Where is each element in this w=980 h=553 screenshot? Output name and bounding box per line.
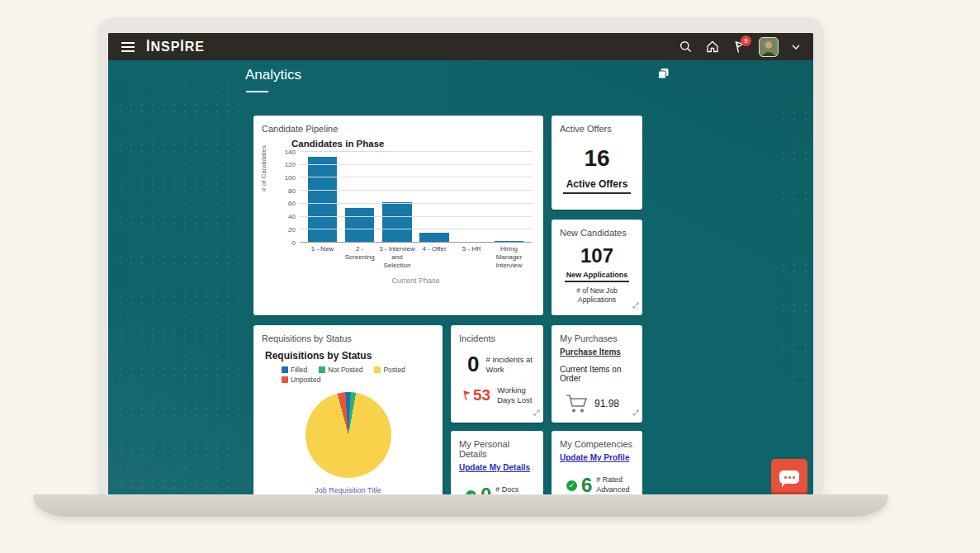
avatar[interactable] — [760, 38, 778, 56]
dashboard-content: Analytics Candidate Pipeline Candidates … — [108, 60, 813, 495]
card-new-candidates: New Candidates 107 New Applications # of… — [552, 220, 642, 315]
new-candidates-value: 107 — [560, 244, 634, 267]
gridline: 140 — [300, 151, 532, 152]
card-title: Candidate Pipeline — [262, 124, 535, 134]
expand-icon[interactable] — [632, 404, 639, 419]
laptop-bezel: İNSPİRE 9 — [97, 17, 824, 501]
rated-advanced-row: ✓ 6 # Rated Advanced — [560, 474, 634, 495]
y-tick-label: 20 — [288, 225, 296, 233]
card-title: Requisitions by Status — [262, 333, 434, 343]
card-requisitions-by-status: Requisitions by Status Requisitions by S… — [253, 325, 443, 495]
y-tick-label: 140 — [285, 148, 296, 155]
y-axis-label: # of Candidates — [260, 145, 267, 191]
incidents-value: 0 — [467, 352, 479, 377]
working-days-lost-value-group: 53 — [462, 386, 490, 404]
x-tick-label: 2 - Screening — [341, 245, 378, 270]
chat-button[interactable] — [771, 459, 807, 495]
red-flag-icon — [462, 390, 471, 401]
pie-chart[interactable] — [305, 392, 391, 478]
menu-icon[interactable] — [121, 42, 135, 52]
home-icon[interactable] — [706, 40, 719, 53]
bar-chart-plot: 020406080100120140 — [300, 152, 532, 243]
legend-label: Not Posted — [328, 366, 362, 374]
legend-label: Unposted — [291, 376, 320, 384]
x-tick-label: Hiring Manager Interview — [490, 245, 528, 270]
expand-icon[interactable] — [632, 297, 639, 312]
gridline: 60 — [300, 203, 532, 204]
notifications-icon[interactable]: 9 — [733, 40, 746, 54]
gridline: 80 — [300, 190, 532, 191]
search-icon[interactable] — [679, 40, 692, 53]
legend-item[interactable]: Unposted — [282, 376, 320, 384]
y-tick-label: 100 — [285, 173, 296, 181]
dot-texture — [779, 110, 813, 396]
cart-total-row: 91.98 — [560, 393, 634, 414]
page-background: İNSPİRE 9 — [0, 0, 980, 553]
legend-swatch — [374, 366, 381, 373]
card-title: New Candidates — [560, 228, 634, 238]
gridline: 0 — [300, 242, 532, 243]
app-screen: İNSPİRE 9 — [108, 33, 813, 495]
bar-chart: # of Candidates 020406080100120140 1 - N… — [262, 152, 535, 285]
legend-label: Filled — [291, 366, 307, 374]
bar[interactable] — [308, 157, 337, 243]
chevron-down-icon[interactable] — [792, 45, 800, 50]
y-tick-label: 80 — [288, 187, 296, 194]
x-tick-label: 3 - Interview and Selection — [378, 245, 415, 270]
bar[interactable] — [345, 208, 374, 243]
expand-icon[interactable] — [533, 404, 540, 419]
current-items-label: Current Items on Order — [560, 365, 634, 383]
y-tick-label: 40 — [288, 213, 296, 220]
card-my-personal-details: My Personal Details Update My Details ✓ … — [451, 431, 543, 495]
update-my-profile-link[interactable]: Update My Profile — [560, 453, 629, 462]
card-active-offers: Active Offers 16 Active Offers — [552, 116, 642, 210]
incidents-label: # Incidents at Work — [485, 355, 535, 375]
gridline: 40 — [300, 216, 532, 217]
docs-expiring-value: 0 — [481, 484, 491, 495]
active-offers-value: 16 — [560, 145, 634, 172]
card-title: Active Offers — [560, 124, 634, 134]
app-logo[interactable]: İNSPİRE — [146, 40, 205, 54]
card-incidents: Incidents 0 # Incidents at Work 53 Worki… — [451, 325, 543, 423]
dot-texture — [115, 82, 239, 495]
active-offers-label: Active Offers — [563, 178, 632, 194]
x-axis-tick-labels: 1 - New2 - Screening3 - Interview and Se… — [300, 245, 532, 270]
new-candidates-sublabel: # of New Job Applications — [560, 286, 634, 305]
pie-chart-footer: Job Requisition Title — [262, 486, 434, 494]
x-tick-label: 5 - HR — [453, 245, 490, 270]
laptop-base — [33, 494, 888, 517]
legend-item[interactable]: Not Posted — [319, 366, 362, 374]
update-my-details-link[interactable]: Update My Details — [459, 463, 530, 472]
pie-chart-title: Requisitions by Status — [265, 350, 434, 362]
card-title: My Personal Details — [459, 439, 535, 459]
legend-swatch — [282, 376, 288, 383]
page-title: Analytics — [245, 67, 301, 83]
page-title-underline — [246, 91, 268, 92]
legend-item[interactable]: Filled — [282, 366, 307, 374]
card-title: Incidents — [459, 333, 535, 343]
docs-expiring-row: ✓ 0 # Docs Expiring — [459, 484, 535, 495]
check-circle-icon: ✓ — [566, 480, 577, 491]
card-candidate-pipeline: Candidate Pipeline Candidates in Phase #… — [253, 116, 543, 315]
new-candidates-label: New Applications — [565, 271, 630, 282]
gridline: 120 — [300, 164, 532, 165]
copy-pages-icon[interactable] — [657, 68, 670, 83]
x-tick-label: 1 - New — [304, 245, 341, 270]
topbar: İNSPİRE 9 — [108, 33, 813, 60]
bar[interactable] — [382, 202, 411, 243]
gridline: 100 — [300, 177, 532, 177]
purchase-items-link[interactable]: Purchase Items — [560, 347, 621, 357]
legend-label: Posted — [383, 366, 405, 374]
chat-bubble-icon — [779, 470, 799, 484]
legend-swatch — [319, 366, 325, 373]
working-days-lost-value: 53 — [473, 386, 490, 404]
rated-advanced-label: # Rated Advanced — [596, 475, 634, 494]
card-title: My Competencies — [560, 439, 634, 449]
working-days-lost-label: Working Days Lost — [497, 385, 535, 405]
pie-legend: FilledNot PostedPostedUnposted — [282, 366, 422, 384]
shopping-cart-icon — [565, 393, 589, 414]
x-tick-label: 4 - Offer — [416, 245, 453, 270]
legend-swatch — [282, 366, 288, 373]
gridline: 20 — [300, 229, 532, 229]
legend-item[interactable]: Posted — [374, 366, 405, 374]
